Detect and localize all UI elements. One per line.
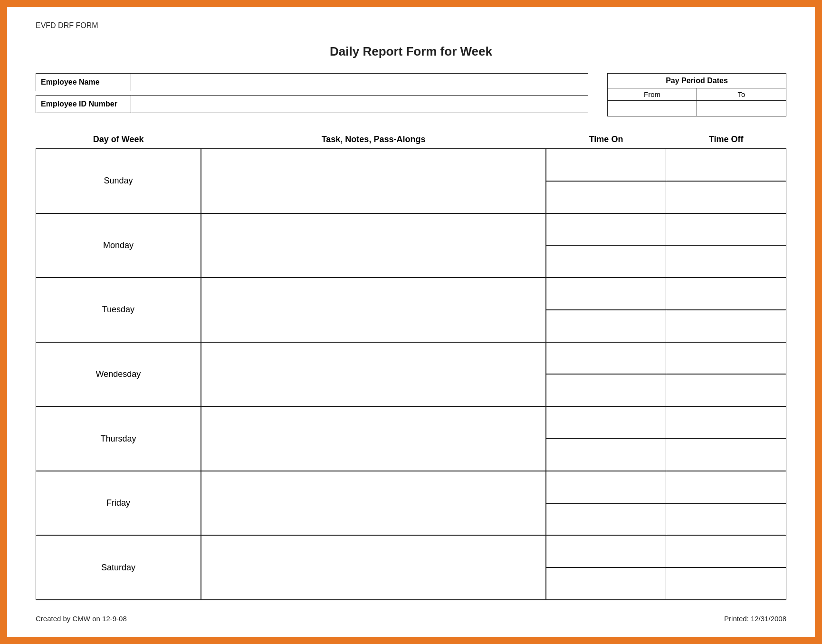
col-time-off-header: Time Off — [666, 131, 786, 149]
from-label: From — [608, 88, 697, 100]
table-row: Thursday — [36, 406, 786, 471]
table-header-row: Day of Week Task, Notes, Pass-Alongs Tim… — [36, 131, 786, 149]
time-on-cell — [546, 471, 666, 536]
footer-created: Created by CMW on 12-9-08 — [36, 615, 127, 623]
task-cell[interactable] — [201, 406, 546, 471]
col-time-on-header: Time On — [546, 131, 666, 149]
form-label: EVFD DRF FORM — [36, 21, 786, 30]
outer-border: EVFD DRF FORM Daily Report Form for Week… — [0, 0, 822, 644]
day-name-cell: Saturday — [36, 535, 201, 600]
day-name-cell: Tuesday — [36, 278, 201, 342]
to-label: To — [697, 88, 786, 100]
day-name-cell: Friday — [36, 471, 201, 536]
pay-period-section: Pay Period Dates From To — [607, 73, 786, 116]
col-day-header: Day of Week — [36, 131, 201, 149]
employee-name-row: Employee Name — [36, 73, 588, 91]
time-off-cell — [666, 406, 786, 471]
time-on-cell — [546, 149, 666, 213]
form-title: Daily Report Form for Week — [36, 44, 786, 59]
footer-printed: Printed: 12/31/2008 — [724, 615, 786, 623]
col-task-header: Task, Notes, Pass-Alongs — [201, 131, 546, 149]
task-cell[interactable] — [201, 535, 546, 600]
table-row: Friday — [36, 471, 786, 536]
time-off-cell — [666, 149, 786, 213]
pay-period-from-input[interactable] — [608, 101, 697, 116]
time-on-cell — [546, 535, 666, 600]
table-row: Tuesday — [36, 278, 786, 342]
employee-id-input[interactable] — [131, 96, 588, 113]
task-cell[interactable] — [201, 471, 546, 536]
time-off-cell — [666, 535, 786, 600]
task-cell[interactable] — [201, 278, 546, 342]
employee-id-label: Employee ID Number — [36, 96, 131, 113]
pay-period-subheaders: From To — [608, 88, 786, 101]
time-on-cell — [546, 342, 666, 407]
day-name-cell: Sunday — [36, 149, 201, 213]
day-name-cell: Thursday — [36, 406, 201, 471]
employee-name-label: Employee Name — [36, 74, 131, 91]
employee-id-row: Employee ID Number — [36, 95, 588, 113]
time-off-cell — [666, 278, 786, 342]
time-off-cell — [666, 213, 786, 278]
table-row: Sunday — [36, 149, 786, 213]
footer: Created by CMW on 12-9-08 Printed: 12/31… — [36, 615, 786, 623]
table-row: Wendesday — [36, 342, 786, 407]
time-on-cell — [546, 278, 666, 342]
employee-name-input[interactable] — [131, 74, 588, 91]
task-cell[interactable] — [201, 342, 546, 407]
main-table: Day of Week Task, Notes, Pass-Alongs Tim… — [36, 131, 786, 600]
pay-period-label: Pay Period Dates — [608, 74, 786, 88]
time-on-cell — [546, 213, 666, 278]
pay-period-to-input[interactable] — [697, 101, 786, 116]
time-on-cell — [546, 406, 666, 471]
pay-period-inputs — [608, 101, 786, 116]
time-off-cell — [666, 471, 786, 536]
day-name-cell: Monday — [36, 213, 201, 278]
table-row: Saturday — [36, 535, 786, 600]
task-cell[interactable] — [201, 213, 546, 278]
time-off-cell — [666, 342, 786, 407]
day-name-cell: Wendesday — [36, 342, 201, 407]
task-cell[interactable] — [201, 149, 546, 213]
inner-border: EVFD DRF FORM Daily Report Form for Week… — [6, 6, 816, 638]
table-row: Monday — [36, 213, 786, 278]
